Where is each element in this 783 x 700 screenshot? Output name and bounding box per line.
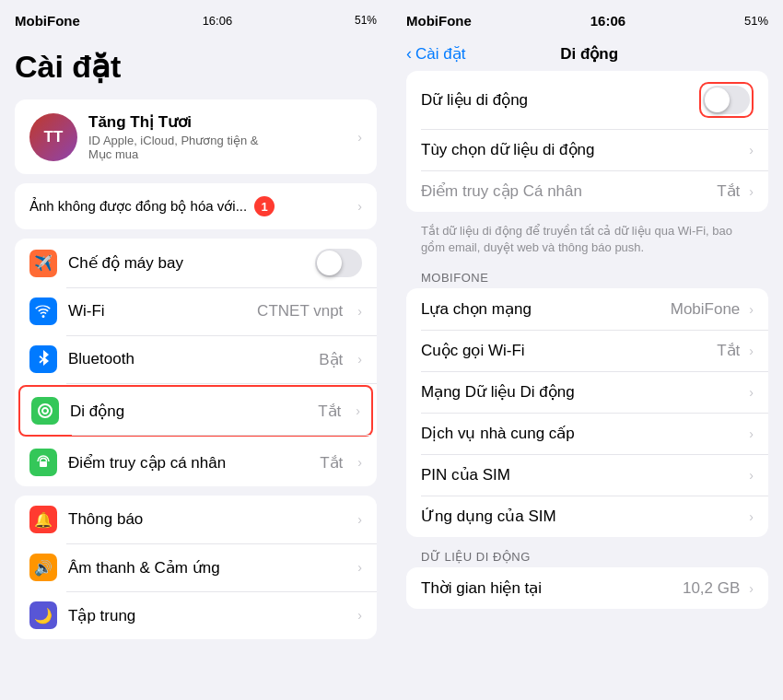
focus-row[interactable]: 🌙 Tập trung › bbox=[15, 591, 377, 639]
time-left: 16:06 bbox=[203, 14, 233, 28]
alert-row[interactable]: Ảnh không được đồng bộ hóa với... 1 › bbox=[15, 183, 377, 229]
alert-text: Ảnh không được đồng bộ hóa với... bbox=[29, 198, 247, 215]
personal-hotspot-row[interactable]: Điểm truy cập Cá nhân Tắt › bbox=[406, 170, 768, 212]
avatar: TT bbox=[29, 113, 77, 161]
page-title-left: Cài đặt bbox=[0, 41, 392, 99]
focus-chevron: › bbox=[357, 608, 362, 623]
right-nav: ‹ Cài đặt Di động bbox=[392, 41, 783, 71]
wifi-row[interactable]: Wi-Fi CTNET vnpt › bbox=[15, 287, 377, 335]
current-period-value: 10,2 GB bbox=[683, 579, 740, 598]
wifi-calling-label: Cuộc gọi Wi-Fi bbox=[421, 341, 709, 360]
sim-pin-row[interactable]: PIN của SIM › bbox=[406, 454, 768, 496]
carrier-left: MobiFone bbox=[15, 13, 80, 29]
mobile-data-network-label: Mạng Dữ liệu Di động bbox=[421, 382, 740, 402]
battery-right: 51% bbox=[744, 14, 768, 28]
data-usage-group: Thời gian hiện tại 10,2 GB › bbox=[406, 567, 768, 609]
carrier-right: MobiFone bbox=[406, 13, 472, 29]
profile-chevron: › bbox=[357, 130, 362, 145]
carrier-services-row[interactable]: Dịch vụ nhà cung cấp › bbox=[406, 413, 768, 454]
sim-apps-chevron: › bbox=[749, 509, 754, 524]
sound-label: Âm thanh & Cảm ứng bbox=[68, 558, 343, 578]
data-usage-section: DỮ LIỆU DI ĐỘNG Thời gian hiện tại 10,2 … bbox=[406, 542, 768, 609]
main-group: Dữ liệu di động Tùy chọn dữ liệu di động… bbox=[406, 71, 768, 212]
bluetooth-label: Bluetooth bbox=[68, 350, 308, 368]
wifi-value: CTNET vnpt bbox=[257, 302, 343, 321]
cellular-chevron: › bbox=[356, 403, 360, 418]
svg-point-1 bbox=[43, 409, 47, 413]
airplane-toggle-knob bbox=[317, 251, 342, 275]
network-choice-label: Lựa chọn mạng bbox=[421, 299, 663, 319]
mobifone-group: Lựa chọn mạng MobiFone › Cuộc gọi Wi-Fi … bbox=[406, 288, 768, 537]
time-right: 16:06 bbox=[590, 13, 625, 29]
personal-hotspot-label: Điểm truy cập Cá nhân bbox=[421, 181, 709, 201]
mobile-data-toggle-knob bbox=[705, 88, 730, 112]
data-usage-header: DỮ LIỆU DI ĐỘNG bbox=[406, 542, 768, 567]
hotspot-label: Điểm truy cập cá nhân bbox=[68, 453, 309, 472]
current-period-row[interactable]: Thời gian hiện tại 10,2 GB › bbox=[406, 567, 768, 609]
carrier-services-chevron: › bbox=[749, 426, 754, 441]
cellular-value: Tắt bbox=[318, 402, 341, 421]
wifi-calling-row[interactable]: Cuộc gọi Wi-Fi Tắt › bbox=[406, 330, 768, 371]
mobile-data-toggle[interactable] bbox=[703, 86, 750, 114]
cellular-icon bbox=[31, 397, 59, 425]
back-chevron-icon: ‹ bbox=[406, 44, 412, 64]
settings-group-1: ✈️ Chế độ máy bay Wi-Fi CTNET vnpt › Blu… bbox=[15, 239, 377, 486]
time-display-left: 16:06 bbox=[203, 14, 233, 28]
wifi-label: Wi-Fi bbox=[68, 302, 246, 321]
cellular-row[interactable]: Di động Tắt › bbox=[18, 385, 373, 437]
battery-left: 51% bbox=[355, 14, 377, 27]
network-choice-value: MobiFone bbox=[671, 300, 741, 319]
mobile-data-label: Dữ liệu di động bbox=[421, 90, 692, 110]
hotspot-icon bbox=[29, 449, 57, 476]
wifi-icon bbox=[29, 298, 57, 325]
back-button[interactable]: ‹ Cài đặt bbox=[406, 44, 465, 64]
sim-pin-label: PIN của SIM bbox=[421, 465, 740, 484]
airplane-icon: ✈️ bbox=[29, 250, 57, 277]
mobile-data-network-chevron: › bbox=[749, 385, 754, 400]
network-choice-chevron: › bbox=[749, 302, 754, 317]
data-options-row[interactable]: Tùy chọn dữ liệu di động › bbox=[406, 129, 768, 170]
cellular-label: Di động bbox=[70, 402, 307, 421]
data-options-chevron: › bbox=[749, 143, 754, 158]
alert-badge: 1 bbox=[254, 196, 275, 216]
main-group-wrapper: Dữ liệu di động Tùy chọn dữ liệu di động… bbox=[406, 71, 768, 263]
focus-icon: 🌙 bbox=[29, 601, 57, 629]
data-options-label: Tùy chọn dữ liệu di động bbox=[421, 140, 740, 159]
notifications-row[interactable]: 🔔 Thông báo › bbox=[15, 496, 377, 543]
hotspot-row[interactable]: Điểm truy cập cá nhân Tắt › bbox=[15, 438, 377, 486]
personal-hotspot-value: Tắt bbox=[717, 181, 740, 201]
current-period-chevron: › bbox=[749, 581, 754, 596]
sim-pin-chevron: › bbox=[749, 468, 754, 483]
mobifone-header: MOBIFONE bbox=[406, 263, 768, 288]
bluetooth-row[interactable]: Bluetooth Bật › bbox=[15, 335, 377, 383]
mobifone-section: MOBIFONE Lựa chọn mạng MobiFone › Cuộc g… bbox=[406, 263, 768, 537]
alert-chevron: › bbox=[357, 199, 362, 214]
network-choice-row[interactable]: Lựa chọn mạng MobiFone › bbox=[406, 288, 768, 330]
mobile-data-network-row[interactable]: Mạng Dữ liệu Di động › bbox=[406, 371, 768, 413]
status-icons-left: 51% bbox=[355, 14, 377, 27]
profile-section[interactable]: TT Tăng Thị Tươi ID Apple, iCloud, Phươn… bbox=[15, 99, 377, 174]
status-bar-left: MobiFone 16:06 51% bbox=[0, 0, 392, 41]
status-bar-right: MobiFone 16:06 51% bbox=[392, 0, 783, 41]
airplane-toggle[interactable] bbox=[315, 249, 362, 277]
profile-subtitle: ID Apple, iCloud, Phương tiện &Mục mua bbox=[88, 134, 346, 161]
sound-row[interactable]: 🔊 Âm thanh & Cảm ứng › bbox=[15, 543, 377, 591]
right-page-title: Di động bbox=[560, 44, 618, 64]
wifi-chevron: › bbox=[357, 304, 362, 319]
focus-label: Tập trung bbox=[68, 606, 343, 625]
left-panel: MobiFone 16:06 51% Cài đặt TT Tăng Thị T… bbox=[0, 0, 392, 700]
airplane-row[interactable]: ✈️ Chế độ máy bay bbox=[15, 239, 377, 287]
current-period-label: Thời gian hiện tại bbox=[421, 578, 675, 598]
mobile-data-toggle-highlight bbox=[699, 82, 754, 118]
sound-icon: 🔊 bbox=[29, 554, 57, 581]
bluetooth-value: Bật bbox=[319, 350, 343, 369]
back-label: Cài đặt bbox=[415, 44, 465, 64]
bluetooth-icon bbox=[29, 345, 57, 373]
mobile-data-row[interactable]: Dữ liệu di động bbox=[406, 71, 768, 129]
alert-left: Ảnh không được đồng bộ hóa với... 1 bbox=[29, 196, 357, 216]
hotspot-chevron: › bbox=[357, 455, 362, 470]
airplane-label: Chế độ máy bay bbox=[68, 253, 304, 273]
sim-apps-row[interactable]: Ứng dụng của SIM › bbox=[406, 496, 768, 537]
sim-apps-label: Ứng dụng của SIM bbox=[421, 507, 740, 526]
profile-name: Tăng Thị Tươi bbox=[88, 112, 346, 132]
